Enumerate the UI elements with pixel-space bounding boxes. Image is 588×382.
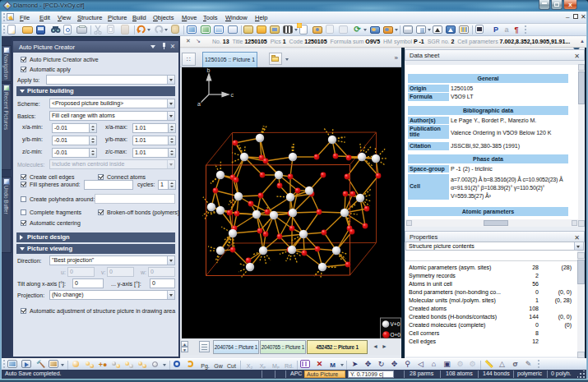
svg-text:V+0: V+0: [391, 321, 400, 327]
svg-text:a': a': [197, 101, 201, 107]
svg-text:c: c: [231, 92, 234, 98]
svg-text:O+0: O+0: [391, 332, 401, 338]
svg-text:b: b: [207, 67, 211, 73]
